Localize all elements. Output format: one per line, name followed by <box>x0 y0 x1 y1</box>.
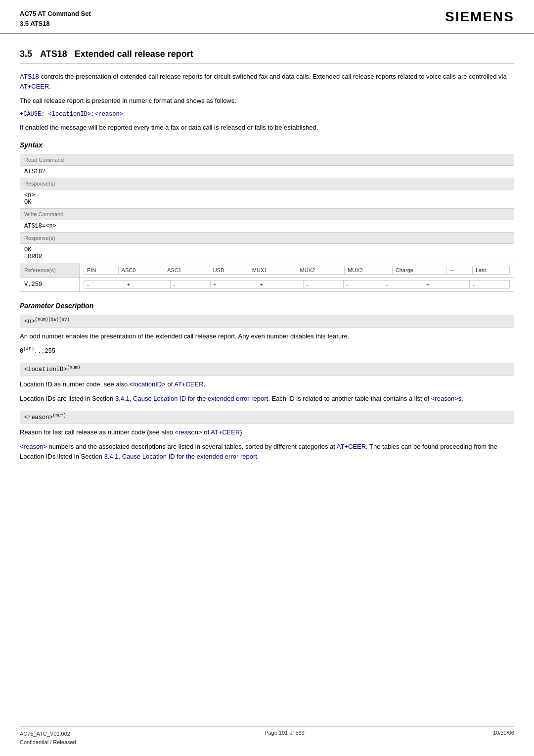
ref-header-asc0: ASC0 <box>118 266 164 275</box>
read-response-value: <n>OK <box>20 189 514 209</box>
param-reason-desc2: <reason> numbers and the associated desc… <box>20 442 514 461</box>
ref-val-arrow: + <box>423 281 470 289</box>
ref-header-charge: Charge <box>392 266 446 275</box>
param-description-heading: Parameter Description <box>20 302 514 310</box>
param-locationid-box: <locationID>(num) <box>20 363 514 376</box>
ref-header-mux3: MUX3 <box>345 266 393 275</box>
reference-label: Reference(s) <box>20 263 80 278</box>
ref-val-pin: - <box>84 281 124 289</box>
ref-header-mux1: MUX1 <box>249 266 297 275</box>
param-reason-superscript: (num) <box>53 413 66 418</box>
locationid-ref-link[interactable]: <locationID> <box>130 380 166 388</box>
ref-val-mux2: - <box>303 281 343 289</box>
param-n-superscript: (num)(&W)(&V) <box>35 317 70 322</box>
ats18-link[interactable]: ATS18 <box>20 73 39 80</box>
read-command-label-row: Read Command <box>20 154 514 166</box>
section-number: 3.5 <box>20 49 32 59</box>
brand-logo: SIEMENS <box>445 9 514 25</box>
read-response-label-row: Response(s) <box>20 178 514 189</box>
ref-val-asc0: + <box>124 281 170 289</box>
reason-link-inline[interactable]: <reason> <box>94 111 123 118</box>
ref-val-last: - <box>470 281 510 289</box>
header-title-line1: AC75 AT Command Set <box>20 9 91 19</box>
footer-status: Confidential / Released <box>20 738 76 747</box>
read-command-label: Read Command <box>20 154 514 166</box>
write-command-value: ATS18=<n> <box>20 220 514 233</box>
param-locationid-description: Location ID as number code, see also <lo… <box>20 379 514 404</box>
cause-format: +CAUSE: <locationID>:<reason> <box>20 111 514 118</box>
param-locationid-desc2: Location IDs are listed in Section 3.4.1… <box>20 394 514 404</box>
ref-header-asc1: ASC1 <box>164 266 210 275</box>
reference-col-values: - + - + + - - - + - <box>80 278 514 292</box>
param-n-description: An odd number enables the presentation o… <box>20 331 514 356</box>
param-locationid-superscript: (num) <box>67 365 80 370</box>
intro-paragraph-2: The call release report is presented in … <box>20 96 514 106</box>
write-response-label-row: Response(s) <box>20 233 514 244</box>
ref-val-charge: - <box>383 281 423 289</box>
write-command-row: ATS18=<n> <box>20 220 514 233</box>
ref-val-mux3: - <box>343 281 383 289</box>
header-title-line2: 3.5 ATS18 <box>20 19 91 29</box>
ref-header-arrow: → <box>446 266 472 275</box>
section-heading: 3.5 ATS18 Extended call release report <box>20 49 514 64</box>
read-response-row: <n>OK <box>20 189 514 209</box>
page-footer: AC75_ATC_V01.002 Confidential / Released… <box>20 726 514 746</box>
write-command-label-row: Write Command <box>20 209 514 220</box>
syntax-heading: Syntax <box>20 141 514 149</box>
syntax-table: Read Command ATS18? Response(s) <n>OK Wr… <box>20 154 514 292</box>
write-response-label: Response(s) <box>20 233 514 244</box>
section-3-4-1-link-2[interactable]: 3.4.1, Cause Location ID for the extende… <box>104 453 257 460</box>
write-response-row: OKERROR <box>20 244 514 263</box>
reason-ref-link[interactable]: <reason> <box>431 395 458 402</box>
page-header: AC75 AT Command Set 3.5 ATS18 SIEMENS <box>0 0 534 34</box>
ref-col-headers: PIN ASC0 ASC1 USB MUX1 MUX2 MUX3 Charge … <box>84 266 510 275</box>
main-content: 3.5 ATS18 Extended call release report A… <box>0 34 534 488</box>
atceer-link-3[interactable]: AT+CEER <box>211 428 240 436</box>
atceer-link-4[interactable]: AT+CEER <box>337 443 366 450</box>
param-n-desc-text: An odd number enables the presentation o… <box>20 331 514 341</box>
param-n-range: 0(&F)...255 <box>20 346 514 356</box>
section-command: ATS18 Extended call release report <box>40 49 193 59</box>
param-locationid-desc1: Location ID as number code, see also <lo… <box>20 379 514 389</box>
param-reason-label: <reason> <box>24 414 53 421</box>
footer-page: Page 101 of 569 <box>265 730 305 746</box>
reference-value: V.250 <box>20 278 80 292</box>
ref-header-last: Last <box>472 266 509 275</box>
ref-values-row: - + - + + - - - + - <box>84 281 510 289</box>
write-response-value: OKERROR <box>20 244 514 263</box>
ref-header-pin: PIN <box>84 266 119 275</box>
ref-header-usb: USB <box>210 266 249 275</box>
read-response-label: Response(s) <box>20 178 514 189</box>
reference-value-row: V.250 - + - + + - - - + - <box>20 278 514 292</box>
param-reason-description: Reason for last call release as number c… <box>20 427 514 462</box>
section-3-4-1-link[interactable]: 3.4.1, Cause Location ID for the extende… <box>115 395 268 402</box>
locationid-link[interactable]: <locationID> <box>48 111 91 118</box>
read-command-value: ATS18? <box>20 166 514 178</box>
param-reason-box: <reason>(num) <box>20 411 514 424</box>
read-command-row: ATS18? <box>20 166 514 178</box>
ref-val-usb: + <box>210 281 257 289</box>
reason-ceer-link[interactable]: <reason> <box>175 428 202 436</box>
intro-paragraph-3: If enabled the message will be reported … <box>20 123 514 133</box>
atceer-link-1[interactable]: AT+CEER <box>20 83 49 90</box>
param-n-box: <n>(num)(&W)(&V) <box>20 315 514 328</box>
ref-header-mux2: MUX2 <box>297 266 345 275</box>
reference-row: Reference(s) PIN ASC0 ASC1 USB MUX1 MUX2… <box>20 263 514 278</box>
reason-link-2[interactable]: <reason> <box>20 443 47 450</box>
ref-val-mux1: + <box>257 281 303 289</box>
header-title: AC75 AT Command Set 3.5 ATS18 <box>20 9 91 28</box>
cause-label: +CAUSE: <box>20 111 48 118</box>
param-n-label: <n> <box>24 318 35 325</box>
footer-doc-id: AC75_ATC_V01.002 <box>20 730 76 738</box>
param-locationid-label: <locationID> <box>24 366 67 373</box>
footer-left: AC75_ATC_V01.002 Confidential / Released <box>20 730 76 746</box>
atceer-link-2[interactable]: AT+CEER <box>174 380 203 388</box>
intro-paragraph-1: ATS18 controls the presentation of exten… <box>20 72 514 91</box>
param-reason-desc1: Reason for last call release as number c… <box>20 427 514 437</box>
write-command-label: Write Command <box>20 209 514 220</box>
ref-val-asc1: - <box>170 281 210 289</box>
reference-data-cell: PIN ASC0 ASC1 USB MUX1 MUX2 MUX3 Charge … <box>80 263 514 278</box>
footer-date: 10/30/06 <box>493 730 514 746</box>
param-n-range-sup: (&F) <box>23 347 34 352</box>
